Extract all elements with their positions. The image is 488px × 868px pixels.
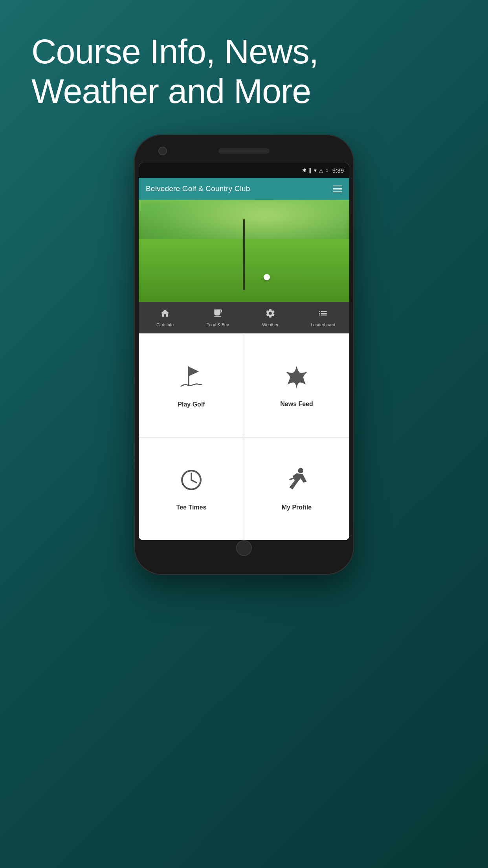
time-display: 9:39 [332, 167, 344, 174]
leaderboard-label: Leaderboard [311, 322, 335, 327]
signal-icon: △ [319, 167, 323, 173]
nav-item-food-bev[interactable]: Food & Bev [191, 302, 244, 333]
menu-item-tee-times[interactable]: Tee Times [139, 437, 244, 540]
club-info-label: Club Info [156, 322, 174, 327]
svg-marker-1 [189, 367, 199, 376]
headline-line2: Weather and More [31, 71, 318, 111]
menu-item-news-feed[interactable]: News Feed [244, 333, 349, 437]
food-bev-icon [213, 308, 223, 321]
phone-speaker [218, 148, 270, 154]
wifi-icon: ▾ [314, 167, 317, 173]
phone-bottom-bar [139, 540, 349, 556]
status-icons: ✱ ‖ ▾ △ ○ 9:39 [302, 167, 344, 174]
vibrate-icon: ‖ [309, 167, 312, 173]
app-title: Belvedere Golf & Country Club [146, 184, 250, 193]
my-profile-label: My Profile [282, 504, 312, 511]
leaderboard-icon [318, 308, 328, 321]
club-info-icon [160, 308, 170, 321]
battery-icon: ○ [325, 167, 328, 173]
nav-item-club-info[interactable]: Club Info [139, 302, 191, 333]
weather-label: Weather [262, 322, 278, 327]
svg-rect-0 [188, 366, 189, 385]
menu-item-my-profile[interactable]: My Profile [244, 437, 349, 540]
app-header: Belvedere Golf & Country Club [139, 178, 349, 200]
phone-home-button[interactable] [236, 540, 252, 556]
nav-item-weather[interactable]: Weather [244, 302, 297, 333]
menu-grid: Play Golf News Feed [139, 333, 349, 540]
weather-icon [265, 308, 275, 321]
phone-camera [158, 147, 167, 155]
tee-times-icon [178, 467, 205, 498]
play-golf-icon [178, 363, 205, 395]
headline-line1: Course Info, News, [31, 31, 318, 71]
food-bev-label: Food & Bev [206, 322, 229, 327]
bluetooth-icon: ✱ [302, 167, 306, 173]
tee-times-label: Tee Times [176, 504, 207, 511]
menu-item-play-golf[interactable]: Play Golf [139, 333, 244, 437]
my-profile-icon [283, 467, 310, 498]
status-bar: ✱ ‖ ▾ △ ○ 9:39 [139, 163, 349, 178]
news-feed-icon [283, 363, 310, 395]
bottom-nav: Club Info Food & Bev Weather [139, 302, 349, 333]
news-feed-label: News Feed [280, 401, 313, 408]
golf-course-image [139, 200, 349, 302]
headline: Course Info, News, Weather and More [0, 0, 350, 134]
nav-item-leaderboard[interactable]: Leaderboard [297, 302, 349, 333]
phone-screen: ✱ ‖ ▾ △ ○ 9:39 Belvedere Golf & Country … [139, 163, 349, 540]
svg-line-5 [191, 480, 196, 483]
svg-point-6 [298, 468, 303, 473]
phone-wrapper: ✱ ‖ ▾ △ ○ 9:39 Belvedere Golf & Country … [134, 134, 354, 575]
hamburger-menu-button[interactable] [333, 186, 342, 193]
play-golf-label: Play Golf [178, 401, 205, 408]
